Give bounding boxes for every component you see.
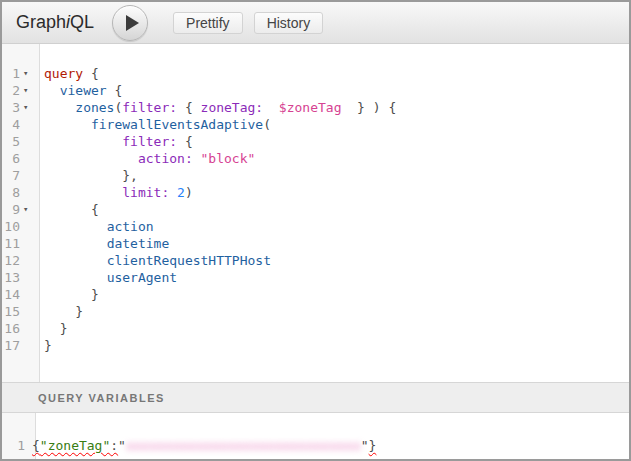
token-field: action	[107, 219, 154, 234]
code-line: 3▾ zones(filter: { zoneTag: $zoneTag } )…	[2, 99, 629, 116]
token-punct: {	[107, 83, 123, 98]
code-line: 12 clientRequestHTTPHost	[2, 252, 629, 269]
code-line: 16 }	[2, 320, 629, 337]
token-punct: (	[263, 117, 271, 132]
code-line: 14 }	[2, 286, 629, 303]
code-line: 1{"zoneTag":"xxxxxxxxxxxxxxxxxxxxxxxxxxx…	[2, 437, 629, 454]
token-variable: $zoneTag	[279, 100, 342, 115]
code-text: action: "block"	[39, 150, 255, 167]
token-punct: },	[122, 168, 138, 183]
fold-gutter-spacer	[20, 269, 39, 286]
token-punct: {	[177, 100, 200, 115]
fold-arrow-icon[interactable]: ▾	[20, 99, 39, 116]
query-code-lines: 1▾query {2▾ viewer {3▾ zones(filter: { z…	[2, 44, 629, 354]
fold-arrow-icon[interactable]: ▾	[20, 65, 39, 82]
token-punct: {	[177, 134, 193, 149]
query-variables-header[interactable]: QUERY VARIABLES	[2, 382, 629, 413]
fold-arrow-icon[interactable]: ▾	[20, 82, 39, 99]
token-plain	[44, 202, 91, 217]
token-plain	[44, 304, 75, 319]
logo-text-graph: Graph	[16, 12, 66, 32]
line-number: 14	[2, 286, 20, 303]
code-text: }	[39, 320, 67, 337]
token-json-key: "zoneTag"	[40, 438, 110, 453]
query-variables-title: QUERY VARIABLES	[38, 392, 165, 404]
line-number: 9	[2, 201, 20, 218]
token-field: zones	[75, 100, 114, 115]
token-field: datetime	[107, 236, 170, 251]
code-text: filter: {	[39, 133, 193, 150]
line-number: 4	[2, 116, 20, 133]
token-punct: "	[361, 438, 369, 453]
line-number: 16	[2, 320, 20, 337]
token-string: "block"	[201, 151, 256, 166]
token-argument: limit:	[122, 185, 169, 200]
code-text: }	[39, 337, 52, 354]
token-punct: }	[75, 304, 83, 319]
fold-arrow-icon[interactable]: ▾	[20, 201, 39, 218]
code-line: 11 datetime	[2, 235, 629, 252]
code-text: {	[39, 201, 99, 218]
prettify-button[interactable]: Prettify	[173, 12, 243, 34]
graphiql-logo: GraphiQL	[16, 12, 94, 33]
fold-gutter-spacer	[20, 252, 39, 269]
code-text: {"zoneTag":"xxxxxxxxxxxxxxxxxxxxxxxxxxxx…	[25, 437, 376, 454]
code-text: action	[39, 218, 154, 235]
token-punct: :	[110, 438, 118, 453]
token-punct: {	[83, 66, 99, 81]
fold-gutter-spacer	[20, 184, 39, 201]
fold-gutter-spacer	[20, 286, 39, 303]
line-number: 1	[2, 437, 25, 454]
token-punct: } ) {	[341, 100, 396, 115]
variables-editor[interactable]: 1{"zoneTag":"xxxxxxxxxxxxxxxxxxxxxxxxxxx…	[2, 413, 629, 459]
fold-gutter-spacer	[20, 167, 39, 184]
token-plain	[44, 270, 107, 285]
fold-gutter-spacer	[20, 337, 39, 354]
history-button[interactable]: History	[254, 12, 324, 34]
token-punct: }	[91, 287, 99, 302]
fold-gutter-spacer	[20, 218, 39, 235]
line-number: 10	[2, 218, 20, 235]
query-editor[interactable]: 1▾query {2▾ viewer {3▾ zones(filter: { z…	[2, 44, 629, 382]
code-line: 15 }	[2, 303, 629, 320]
line-number: 11	[2, 235, 20, 252]
line-number: 5	[2, 133, 20, 150]
token-plain	[44, 185, 122, 200]
code-line: 10 action	[2, 218, 629, 235]
line-number: 15	[2, 303, 20, 320]
code-text: limit: 2)	[39, 184, 193, 201]
token-plain	[44, 236, 107, 251]
code-line: 2▾ viewer {	[2, 82, 629, 99]
line-number: 13	[2, 269, 20, 286]
token-plain	[169, 185, 177, 200]
token-plain	[44, 321, 60, 336]
code-text: },	[39, 167, 138, 184]
token-punct: }	[44, 338, 52, 353]
line-number: 2	[2, 82, 20, 99]
token-field: viewer	[60, 83, 107, 98]
token-argument: filter:	[122, 134, 177, 149]
line-number: 8	[2, 184, 20, 201]
token-field: clientRequestHTTPHost	[107, 253, 271, 268]
line-number: 7	[2, 167, 20, 184]
token-argument: zoneTag:	[201, 100, 264, 115]
play-icon	[126, 15, 139, 31]
logo-text-ql: QL	[70, 12, 94, 32]
code-line: 13 userAgent	[2, 269, 629, 286]
fold-gutter-spacer	[20, 150, 39, 167]
code-line: 9▾ {	[2, 201, 629, 218]
line-number: 17	[2, 337, 20, 354]
execute-query-button[interactable]	[112, 5, 148, 41]
code-text: viewer {	[39, 82, 122, 99]
code-text: firewallEventsAdaptive(	[39, 116, 271, 133]
token-plain	[44, 151, 138, 166]
token-punct: }	[369, 438, 377, 453]
code-line: 8 limit: 2)	[2, 184, 629, 201]
code-text: query {	[39, 65, 99, 82]
token-punct: {	[91, 202, 99, 217]
line-number: 3	[2, 99, 20, 116]
token-plain	[44, 134, 122, 149]
token-plain	[263, 100, 279, 115]
graphiql-window: GraphiQL Prettify History 1▾query {2▾ vi…	[0, 0, 631, 461]
fold-gutter-spacer	[20, 235, 39, 252]
